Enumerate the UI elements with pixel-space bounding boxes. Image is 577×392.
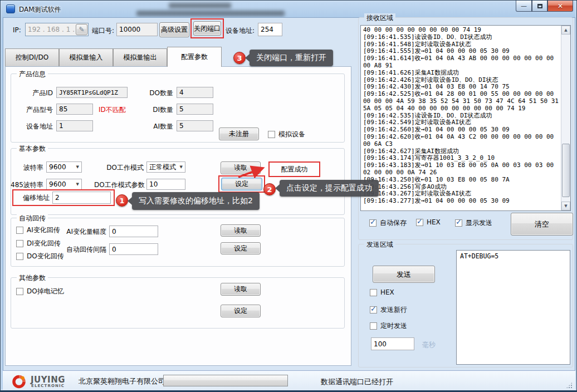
do-mode-select[interactable]: 正常模式 ▼ [146,161,185,173]
show-send-checkbox[interactable]: ✓ 显示发送 [455,218,492,228]
send-textarea[interactable]: AT+DEBUG=5 [456,250,570,365]
baud-value: 9600 [49,163,75,171]
checkbox-box [268,131,275,138]
callout-3-badge: 3 [233,52,246,64]
autosave-checkbox[interactable]: ✓ 自动保存 [369,218,407,228]
read-label: 读取 [234,285,247,294]
do-change-checkbox[interactable]: DO变化回传 [16,252,64,261]
callout-number: 1 [119,197,124,205]
tab-config-params[interactable]: 配置参数 [167,47,222,67]
unregistered-button[interactable]: 未注册 [219,128,259,140]
edit-ip-button[interactable]: ✎ [76,24,87,35]
timed-send-checkbox[interactable]: 定时发送 [370,321,407,331]
dev-addr-input[interactable]: 1 [56,120,93,131]
ai-count-input[interactable]: 5 [177,120,213,131]
config-success-highlight: 配置成功 [268,161,320,177]
scrollbar-thumb[interactable] [562,144,570,197]
clear-button[interactable]: 清空 [511,213,573,236]
receive-log-text: 40 00 00 00 00 00 00 00 00 74 19 [09:16:… [363,27,559,209]
check-icon: ✓ [370,218,376,226]
title-bar[interactable]: DAM测试软件 — ✕ [1,1,576,17]
callout-3-tooltip: 关闭端口，重新打开 [250,50,333,66]
checkbox-box [16,227,23,234]
product-id-input[interactable]: JY85RT1PsGLdQP1Z [56,87,128,98]
checkbox-box [370,322,377,330]
close-icon: ✕ [558,2,563,10]
baud-select[interactable]: 9600 ▼ [46,161,82,173]
di-change-checkbox[interactable]: DI变化回传 [16,239,61,248]
product-id-value: JY85RT1PsGLdQP1Z [59,89,118,96]
baud-label: 波特率 [14,163,43,173]
hex-display-checkbox[interactable]: ✓ HEX [416,218,441,226]
offset-input[interactable]: 2 [52,192,111,204]
send-newline-checkbox[interactable]: ✓ 发送新行 [370,305,407,315]
close-button[interactable]: ✕ [547,1,573,12]
model-label: 产品型号 [17,105,53,115]
checkbox-label: DI变化回传 [27,239,61,248]
receive-log-scrollbar[interactable]: ▲ ▼ [561,26,570,210]
other-set-button[interactable]: 设定 [221,305,261,317]
chevron-down-icon: ▼ [75,165,80,169]
scroll-down-button[interactable]: ▼ [561,202,570,210]
read-label: 读取 [234,226,247,236]
callout-number: 2 [267,185,272,194]
baud485-value: 9600 [49,180,75,188]
port-input[interactable]: 10000 [116,23,158,36]
checkbox-box [16,253,23,260]
pencil-icon: ✎ [79,26,84,33]
resize-grip[interactable] [566,382,573,389]
window-title: DAM测试软件 [19,5,61,14]
other-read-button[interactable]: 读取 [221,283,261,296]
checkbox-label: 显示发送 [466,218,492,228]
tab-analog-output[interactable]: 模拟量输出 [113,48,167,67]
interval-input[interactable]: 0 [109,243,158,255]
minimize-button[interactable]: — [516,1,532,12]
juying-logo-icon [11,374,27,390]
port-value: 10000 [119,26,140,33]
offset-value: 2 [55,194,60,202]
interval-value: 0 [112,246,116,253]
progress-bar [163,375,288,386]
check-icon: ✓ [456,218,462,226]
set-label: 设定 [234,306,247,316]
maximize-button[interactable] [532,1,547,12]
send-interval-input[interactable]: 100 [371,337,414,350]
device-address-input[interactable]: 254 [258,23,282,36]
tooltip-text: 写入需要修改的偏移地址，比如2 [139,196,253,206]
baud485-select[interactable]: 9600 ▼ [46,179,82,190]
device-address-value: 254 [261,26,273,33]
do-memory-checkbox[interactable]: DO掉电记忆 [16,287,64,296]
ai-range-input[interactable]: 0 [109,226,158,237]
checkbox-box: ✓ [370,306,377,313]
checkbox-box [16,240,23,247]
callout-1-badge: 1 [116,194,128,207]
chevron-down-icon: ▼ [179,165,184,169]
basic-set-button[interactable]: 设定 [221,178,262,190]
send-button[interactable]: 发送 [373,266,435,283]
tab-analog-input[interactable]: 模拟量输入 [59,48,113,67]
di-count-input[interactable]: 5 [177,104,213,115]
checkbox-label: AI变化回传 [27,226,60,235]
auto-set-button[interactable]: 设定 [221,242,261,254]
dev-addr-label: 设备地址 [17,122,53,131]
red-arrow-icon [237,164,268,179]
model-input[interactable]: 85 [56,104,93,115]
tab-label: 配置参数 [181,52,208,62]
group-title: 其他参数 [17,273,48,283]
group-title: 产品信息 [17,70,48,79]
do-count-value: 4 [179,89,184,96]
send-hex-checkbox[interactable]: HEX [370,288,394,296]
interval-label: 自动回传间隔 [57,245,106,254]
sim-device-checkbox[interactable]: 模拟设备 [268,130,305,139]
do-count-input[interactable]: 4 [177,87,213,98]
auto-read-button[interactable]: 读取 [221,224,261,237]
checkbox-label: 定时发送 [380,321,407,331]
ai-change-checkbox[interactable]: AI变化回传 [16,226,60,235]
advanced-settings-button[interactable]: 高级设置 [159,22,189,37]
tab-control-dido[interactable]: 控制DI/DO [5,48,59,67]
scroll-up-button[interactable]: ▲ [561,26,570,35]
do-count-label: DO数量 [146,89,173,98]
receive-log[interactable]: 40 00 00 00 00 00 00 00 00 74 19 [09:16:… [360,25,571,211]
set-label: 设定 [234,244,247,253]
do-mode-param-input[interactable]: 10 [146,179,185,190]
